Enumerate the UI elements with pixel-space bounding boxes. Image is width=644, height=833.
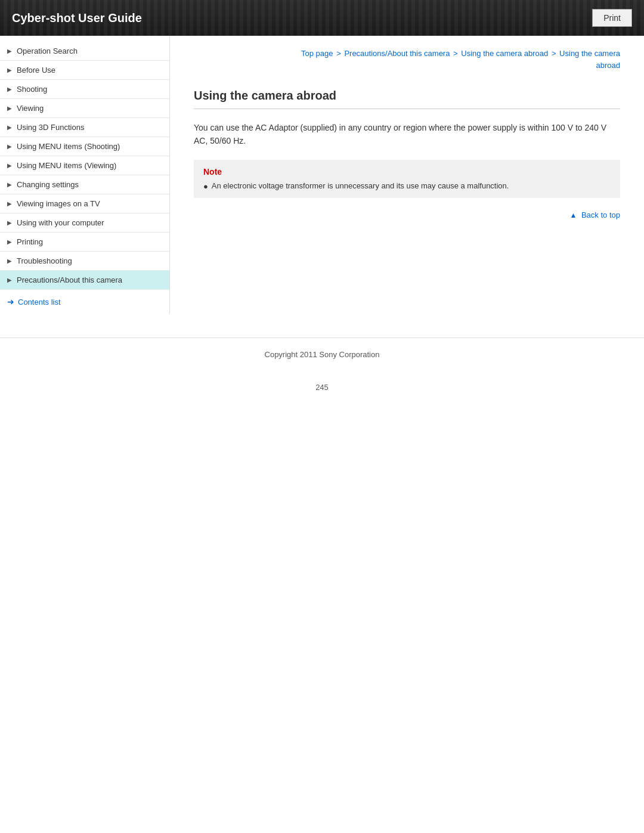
- sidebar-item-label-9: Using with your computer: [17, 218, 104, 227]
- sidebar-arrow-icon-2: ▶: [7, 86, 13, 92]
- sidebar-arrow-icon-3: ▶: [7, 105, 13, 112]
- sidebar-item-11[interactable]: ▶Troubleshooting: [0, 252, 169, 271]
- header: Cyber-shot User Guide Print: [0, 0, 644, 36]
- sidebar-item-1[interactable]: ▶Before Use: [0, 61, 169, 80]
- contents-list-link[interactable]: ➜ Contents list: [0, 290, 169, 314]
- sidebar-arrow-icon-0: ▶: [7, 48, 13, 54]
- back-to-top-label: Back to top: [581, 210, 620, 219]
- back-to-top-link[interactable]: ▲ Back to top: [569, 210, 620, 219]
- contents-list-label: Contents list: [18, 298, 61, 306]
- sidebar-arrow-icon-5: ▶: [7, 143, 13, 150]
- sidebar-item-2[interactable]: ▶Shooting: [0, 80, 169, 99]
- sidebar-item-label-6: Using MENU items (Viewing): [17, 161, 116, 170]
- note-box: Note ● An electronic voltage transformer…: [194, 160, 620, 198]
- note-content: An electronic voltage transformer is unn…: [212, 181, 509, 190]
- content-area: Top page > Precautions/About this camera…: [170, 36, 644, 243]
- sidebar-item-4[interactable]: ▶Using 3D Functions: [0, 118, 169, 137]
- copyright-text: Copyright 2011 Sony Corporation: [265, 350, 380, 359]
- print-button[interactable]: Print: [592, 9, 632, 27]
- sidebar-item-7[interactable]: ▶Changing settings: [0, 175, 169, 194]
- app-title: Cyber-shot User Guide: [12, 11, 142, 25]
- sidebar-item-label-10: Printing: [17, 237, 43, 246]
- breadcrumb-using-camera[interactable]: Using the cameraabroad: [559, 49, 620, 70]
- sidebar-arrow-icon-4: ▶: [7, 124, 13, 131]
- back-to-top-icon: ▲: [569, 211, 577, 219]
- sidebar-item-label-8: Viewing images on a TV: [17, 199, 100, 208]
- sidebar-item-0[interactable]: ▶Operation Search: [0, 42, 169, 61]
- sidebar-item-label-4: Using 3D Functions: [17, 123, 84, 132]
- sidebar-item-label-11: Troubleshooting: [17, 256, 72, 265]
- sidebar-item-10[interactable]: ▶Printing: [0, 233, 169, 252]
- sidebar-item-9[interactable]: ▶Using with your computer: [0, 213, 169, 233]
- note-label: Note: [203, 167, 611, 176]
- sidebar-item-label-12: Precautions/About this camera: [17, 275, 122, 284]
- sidebar-item-label-2: Shooting: [17, 85, 47, 94]
- breadcrumb-using-abroad[interactable]: Using the camera abroad: [461, 49, 548, 58]
- sidebar-arrow-icon-8: ▶: [7, 200, 13, 207]
- sidebar-item-label-5: Using MENU items (Shooting): [17, 142, 120, 151]
- sidebar-item-label-0: Operation Search: [17, 47, 78, 55]
- breadcrumb-sep-2: >: [453, 49, 460, 58]
- sidebar-item-12[interactable]: ▶Precautions/About this camera: [0, 271, 169, 290]
- sidebar-item-3[interactable]: ▶Viewing: [0, 99, 169, 118]
- sidebar-arrow-icon-10: ▶: [7, 239, 13, 245]
- breadcrumb-sep-1: >: [336, 49, 343, 58]
- main-layout: ▶Operation Search▶Before Use▶Shooting▶Vi…: [0, 36, 644, 314]
- sidebar-arrow-icon-12: ▶: [7, 277, 13, 283]
- body-text: You can use the AC Adaptor (supplied) in…: [194, 121, 620, 148]
- back-to-top: ▲ Back to top: [194, 210, 620, 219]
- sidebar-item-5[interactable]: ▶Using MENU items (Shooting): [0, 137, 169, 156]
- note-bullet-icon: ●: [203, 182, 208, 191]
- sidebar-arrow-icon-6: ▶: [7, 162, 13, 169]
- sidebar-arrow-icon-1: ▶: [7, 67, 13, 73]
- breadcrumb-top-page[interactable]: Top page: [301, 49, 333, 58]
- sidebar-arrow-icon-7: ▶: [7, 181, 13, 188]
- page-title: Using the camera abroad: [194, 89, 620, 109]
- sidebar-item-label-7: Changing settings: [17, 180, 79, 189]
- sidebar-item-8[interactable]: ▶Viewing images on a TV: [0, 194, 169, 213]
- sidebar: ▶Operation Search▶Before Use▶Shooting▶Vi…: [0, 36, 170, 314]
- contents-list-arrow-icon: ➜: [7, 297, 14, 306]
- sidebar-arrow-icon-9: ▶: [7, 219, 13, 226]
- breadcrumb-precautions[interactable]: Precautions/About this camera: [344, 49, 450, 58]
- footer: Copyright 2011 Sony Corporation: [0, 337, 644, 371]
- page-number: 245: [0, 383, 644, 404]
- sidebar-arrow-icon-11: ▶: [7, 258, 13, 264]
- sidebar-item-6[interactable]: ▶Using MENU items (Viewing): [0, 156, 169, 175]
- breadcrumb-sep-3: >: [552, 49, 558, 58]
- sidebar-item-label-1: Before Use: [17, 66, 55, 75]
- note-text: ● An electronic voltage transformer is u…: [203, 181, 611, 191]
- breadcrumb: Top page > Precautions/About this camera…: [194, 48, 620, 71]
- sidebar-item-label-3: Viewing: [17, 104, 44, 113]
